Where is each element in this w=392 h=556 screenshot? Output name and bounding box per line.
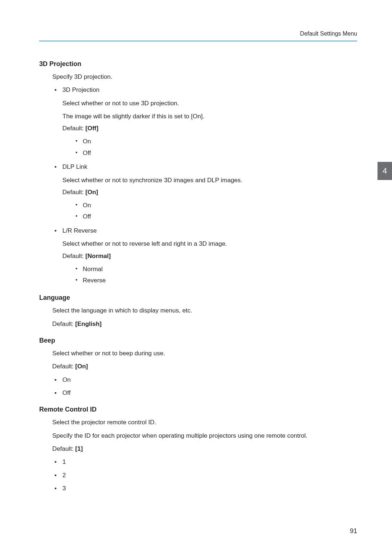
section-title-rcid: Remote Control ID — [39, 406, 357, 413]
option-2: 2 — [52, 471, 357, 480]
rcid-desc1: Select the projector remote control ID. — [52, 418, 357, 427]
page-root: Default Settings Menu 3D Projection Spec… — [0, 0, 392, 556]
option-off: Off — [74, 211, 357, 222]
rcid-default: Default: [1] — [52, 444, 357, 454]
default-value: [On] — [85, 189, 98, 196]
option-3: 3 — [52, 484, 357, 493]
beep-default: Default: [On] — [52, 362, 357, 371]
default-value: [English] — [75, 320, 102, 327]
section-title-beep: Beep — [39, 337, 357, 344]
item-desc: Select whether or not to use 3D projecti… — [62, 99, 357, 108]
option-list: On Off — [74, 200, 357, 222]
rcid-desc2: Specify the ID for each projector when o… — [52, 431, 357, 441]
section-language: Language Select the language in which to… — [39, 294, 357, 329]
default-label: Default: — [62, 125, 85, 132]
option-on: On — [74, 200, 357, 211]
default-value: [Off] — [85, 125, 98, 132]
list-3d-items-3: L/R Reverse — [52, 226, 357, 236]
item-label: L/R Reverse — [62, 227, 97, 234]
default-label: Default: — [62, 189, 85, 196]
page-number: 91 — [350, 527, 357, 535]
option-on: On — [52, 375, 357, 385]
option-on: On — [74, 136, 357, 147]
running-header: Default Settings Menu — [39, 30, 357, 37]
default-label: Default: — [52, 363, 75, 370]
section-title-3d: 3D Projection — [39, 60, 357, 68]
list-3d-items: 3D Projection — [52, 85, 357, 95]
option-normal: Normal — [74, 263, 357, 275]
list-3d-items-2: DLP Link — [52, 162, 357, 172]
option-1: 1 — [52, 457, 357, 467]
header-rule — [39, 41, 357, 41]
default-value: [Normal] — [85, 253, 111, 259]
section-title-language: Language — [39, 294, 357, 302]
item-label: 3D Projection — [62, 86, 99, 93]
list-item-lr-reverse: L/R Reverse — [52, 226, 357, 236]
language-default: Default: [English] — [52, 319, 357, 329]
option-off: Off — [52, 388, 357, 398]
list-item-3d-projection: 3D Projection — [52, 85, 357, 95]
item-label: DLP Link — [62, 163, 87, 170]
rcid-options: 1 2 3 — [52, 457, 357, 493]
item-desc-2: The image will be slightly darker if thi… — [62, 112, 357, 121]
default-label: Default: — [62, 253, 85, 259]
default-label: Default: — [52, 320, 75, 327]
option-list: Normal Reverse — [74, 263, 357, 286]
section-intro-3d: Specify 3D projection. — [52, 72, 357, 82]
item-desc: Select whether or not to reverse left an… — [62, 239, 357, 249]
option-off: Off — [74, 147, 357, 159]
beep-desc: Select whether or not to beep during use… — [52, 349, 357, 358]
default-value: [On] — [75, 363, 88, 370]
language-desc: Select the language in which to display … — [52, 306, 357, 315]
chapter-tab: 4 — [377, 162, 392, 180]
section-remote-control-id: Remote Control ID Select the projector r… — [39, 406, 357, 493]
default-label: Default: — [52, 445, 75, 452]
item-default: Default: [Normal] — [62, 253, 357, 260]
item-default: Default: [On] — [62, 189, 357, 196]
list-item-dlp-link: DLP Link — [52, 162, 357, 172]
beep-options: On Off — [52, 375, 357, 398]
section-beep: Beep Select whether or not to beep durin… — [39, 337, 357, 398]
option-list: On Off — [74, 136, 357, 159]
default-value: [1] — [75, 445, 83, 452]
item-desc: Select whether or not to synchronize 3D … — [62, 176, 357, 185]
item-default: Default: [Off] — [62, 125, 357, 132]
section-3d-projection: 3D Projection Specify 3D projection. 3D … — [39, 60, 357, 286]
option-reverse: Reverse — [74, 275, 357, 286]
